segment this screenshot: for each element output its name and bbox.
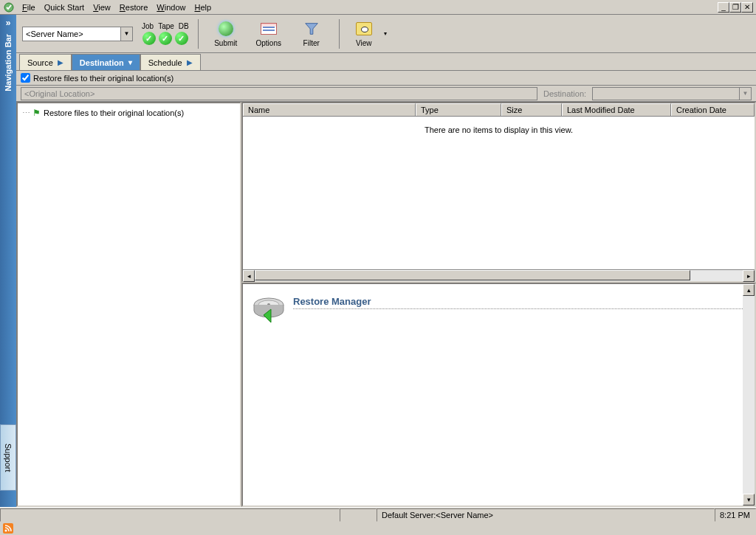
options-icon bbox=[261, 23, 277, 35]
tree-pane[interactable]: ⋯ ⚑ Restore files to their original loca… bbox=[16, 102, 241, 507]
server-value: <Server Name> bbox=[26, 30, 83, 38]
toolbar: <Server Name> ▼ Job Tape DB ✓ ✓ ✓ Submit bbox=[16, 15, 756, 53]
chevron-right-icon: ▶ bbox=[187, 58, 193, 66]
col-lastmod[interactable]: Last Modified Date bbox=[562, 103, 671, 116]
scroll-track[interactable] bbox=[743, 296, 755, 494]
workspace: ⋯ ⚑ Restore files to their original loca… bbox=[16, 102, 756, 507]
scroll-down-button[interactable]: ▾ bbox=[743, 494, 755, 505]
status-cell-1 bbox=[0, 508, 340, 522]
scroll-right-button[interactable]: ▸ bbox=[743, 270, 755, 282]
tab-destination[interactable]: Destination ▾ bbox=[72, 54, 140, 70]
nav-expand-icon[interactable]: » bbox=[6, 18, 11, 28]
status-tape-ok-icon: ✓ bbox=[159, 32, 172, 45]
vertical-scrollbar[interactable]: ▴ ▾ bbox=[743, 284, 755, 505]
status-job-label: Job bbox=[142, 22, 154, 30]
toolbar-separator bbox=[198, 19, 199, 49]
restore-button[interactable]: ❐ bbox=[729, 2, 741, 13]
menu-window[interactable]: Window bbox=[152, 1, 190, 13]
filter-button[interactable]: Filter bbox=[293, 16, 330, 52]
tab-schedule[interactable]: Schedule ▶ bbox=[140, 54, 201, 70]
chevron-right-icon: ▶ bbox=[58, 58, 63, 66]
chevron-down-icon[interactable]: ▼ bbox=[120, 27, 132, 41]
flag-icon: ⚑ bbox=[32, 108, 41, 118]
options-button[interactable]: Options bbox=[250, 16, 287, 52]
funnel-icon bbox=[303, 20, 320, 38]
col-size[interactable]: Size bbox=[501, 103, 562, 116]
scroll-left-button[interactable]: ◂ bbox=[243, 270, 255, 282]
status-job-ok-icon: ✓ bbox=[142, 32, 156, 45]
restore-original-label: Restore files to their original location… bbox=[33, 74, 173, 83]
submit-label: Submit bbox=[214, 39, 237, 47]
options-label: Options bbox=[255, 39, 281, 47]
restore-original-row: Restore files to their original location… bbox=[16, 71, 756, 86]
status-tape-label: Tape bbox=[158, 22, 174, 30]
rss-icon[interactable] bbox=[3, 523, 13, 534]
empty-message: There are no items to display in this vi… bbox=[425, 125, 573, 134]
tabs: Source ▶ Destination ▾ Schedule ▶ bbox=[16, 53, 756, 71]
minimize-button[interactable]: _ bbox=[718, 2, 729, 13]
tab-source[interactable]: Source ▶ bbox=[19, 54, 72, 70]
toolbar-separator bbox=[339, 19, 340, 49]
eye-icon bbox=[356, 22, 372, 35]
submit-button[interactable]: Submit bbox=[207, 16, 244, 52]
detail-pane: Restore Manager ▴ ▾ bbox=[241, 283, 756, 507]
tab-destination-label: Destination bbox=[80, 58, 124, 67]
status-time: 8:21 PM bbox=[715, 508, 756, 522]
menu-view[interactable]: View bbox=[89, 1, 115, 13]
list-pane: Name Type Size Last Modified Date Creati… bbox=[241, 102, 756, 283]
column-headers: Name Type Size Last Modified Date Creati… bbox=[243, 103, 755, 117]
view-button[interactable]: View bbox=[348, 16, 379, 52]
window-controls: _ ❐ ✕ bbox=[718, 2, 753, 13]
scroll-thumb[interactable] bbox=[255, 270, 690, 280]
rss-row bbox=[0, 522, 756, 535]
horizontal-scrollbar[interactable]: ◂ ▸ bbox=[243, 269, 755, 281]
status-cell-2 bbox=[340, 508, 377, 522]
list-body: There are no items to display in this vi… bbox=[243, 117, 755, 269]
menu-help[interactable]: Help bbox=[190, 1, 216, 13]
chevron-down-icon: ▾ bbox=[128, 58, 132, 66]
svg-point-4 bbox=[5, 530, 7, 532]
col-creation[interactable]: Creation Date bbox=[671, 103, 755, 116]
original-location-field: <Original Location> bbox=[21, 87, 537, 100]
col-type[interactable]: Type bbox=[416, 103, 501, 116]
tree-connector: ⋯ bbox=[22, 108, 30, 118]
app-icon bbox=[3, 1, 15, 13]
status-db-ok-icon: ✓ bbox=[175, 32, 188, 45]
destination-dropdown[interactable]: ▼ bbox=[592, 87, 752, 100]
status-db-label: DB bbox=[179, 22, 189, 30]
destination-label: Destination: bbox=[543, 89, 586, 98]
chevron-down-icon[interactable]: ▼ bbox=[739, 88, 751, 100]
status-group: Job Tape DB ✓ ✓ ✓ bbox=[142, 22, 189, 45]
destination-path-row: <Original Location> Destination: ▼ bbox=[16, 86, 756, 102]
menu-bar: File Quick Start View Restore Window Hel… bbox=[0, 0, 756, 15]
detail-title: Restore Manager bbox=[293, 296, 747, 309]
status-server: Default Server:<Server Name> bbox=[377, 508, 715, 522]
col-name[interactable]: Name bbox=[243, 103, 416, 116]
view-label: View bbox=[356, 39, 372, 47]
scroll-track[interactable] bbox=[255, 270, 743, 281]
submit-icon bbox=[219, 21, 233, 36]
tab-source-label: Source bbox=[27, 58, 53, 67]
menu-quickstart[interactable]: Quick Start bbox=[40, 1, 89, 13]
close-button[interactable]: ✕ bbox=[741, 2, 753, 13]
original-location-value: <Original Location> bbox=[24, 89, 94, 98]
scroll-up-button[interactable]: ▴ bbox=[743, 284, 755, 296]
hard-disk-icon bbox=[250, 291, 287, 328]
tree-root-label: Restore files to their original location… bbox=[44, 108, 184, 117]
nav-label: Navigation Bar bbox=[4, 34, 13, 92]
menu-restore[interactable]: Restore bbox=[115, 1, 153, 13]
support-tab[interactable]: Support bbox=[0, 424, 16, 491]
tree-root-item[interactable]: ⋯ ⚑ Restore files to their original loca… bbox=[21, 106, 237, 120]
support-label: Support bbox=[4, 443, 13, 472]
view-dropdown-arrow[interactable]: ▾ bbox=[384, 30, 387, 37]
filter-label: Filter bbox=[303, 39, 320, 47]
status-bar: Default Server:<Server Name> 8:21 PM bbox=[0, 507, 756, 522]
server-dropdown[interactable]: <Server Name> ▼ bbox=[22, 27, 133, 41]
menu-file[interactable]: File bbox=[18, 1, 40, 13]
tab-schedule-label: Schedule bbox=[148, 58, 182, 67]
restore-original-checkbox[interactable] bbox=[21, 73, 30, 83]
